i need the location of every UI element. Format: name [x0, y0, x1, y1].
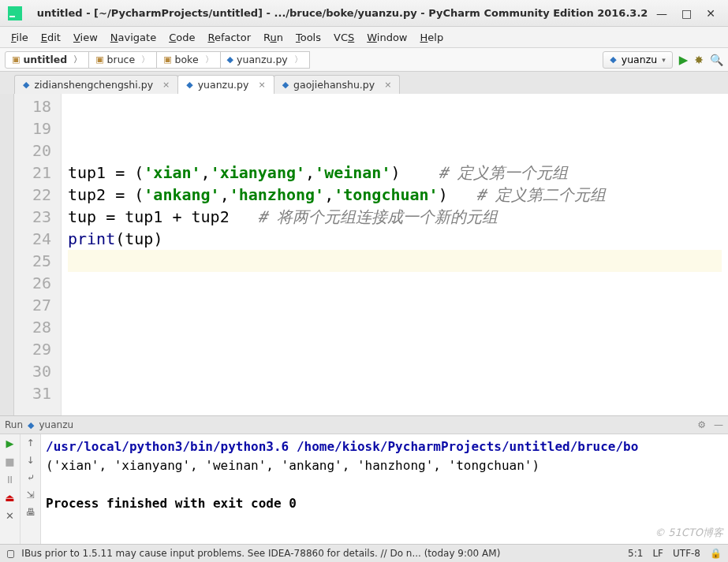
crumb-file[interactable]: ◆yuanzu.py〉	[220, 51, 310, 69]
breadcrumb: ▣untitled〉 ▣bruce〉 ▣boke〉 ◆yuanzu.py〉	[5, 51, 603, 69]
menu-help[interactable]: Help	[416, 30, 449, 45]
close-icon[interactable]: ×	[384, 80, 391, 90]
close-icon[interactable]: ×	[162, 80, 170, 90]
pause-button[interactable]: ⏸	[5, 474, 15, 486]
status-tool-icon[interactable]: ▢	[6, 548, 15, 559]
code-line[interactable]	[68, 95, 722, 117]
code-line[interactable]	[68, 382, 722, 404]
code-line[interactable]	[68, 250, 722, 272]
status-bar: ▢ IBus prior to 1.5.11 may cause input p…	[0, 544, 728, 562]
editor[interactable]: 1819202122232425262728293031 tup1 = ('xi…	[0, 94, 728, 415]
encoding[interactable]: UTF-8	[673, 548, 700, 559]
python-file-icon: ◆	[227, 54, 233, 65]
close-button[interactable]: ✕	[706, 7, 715, 20]
navigation-bar: ▣untitled〉 ▣bruce〉 ▣boke〉 ◆yuanzu.py〉 ◆ …	[0, 48, 728, 72]
python-file-icon: ◆	[282, 80, 289, 90]
line-numbers: 1819202122232425262728293031	[14, 94, 62, 415]
maximize-button[interactable]: □	[681, 7, 692, 20]
menu-tools[interactable]: Tools	[291, 30, 326, 45]
run-tool-config: yuanzu	[39, 419, 73, 430]
run-config-dropdown[interactable]: ◆ yuanzu ▾	[603, 51, 672, 69]
crumb-folder[interactable]: ▣boke〉	[156, 51, 220, 69]
run-button[interactable]: ▶	[679, 53, 689, 67]
python-file-icon: ◆	[23, 80, 29, 90]
menu-code[interactable]: Code	[164, 30, 200, 45]
svg-rect-1	[9, 16, 15, 17]
close-tool-button[interactable]: ✕	[6, 510, 14, 522]
gear-icon[interactable]: ⚙	[697, 419, 706, 430]
interpreter-path: /usr/local/python3/bin/python3.6 /home/k…	[46, 439, 638, 454]
line-separator[interactable]: LF	[652, 548, 663, 559]
code-line[interactable]: tup = tup1 + tup2 # 将两个元组连接成一个新的元组	[68, 206, 722, 228]
code-line[interactable]	[68, 338, 722, 360]
console-output[interactable]: /usr/local/python3/bin/python3.6 /home/k…	[41, 434, 728, 544]
code-line[interactable]	[68, 140, 722, 162]
exit-button[interactable]: ⏏	[5, 492, 14, 504]
wrap-button[interactable]: ⤶	[27, 472, 35, 483]
menu-navigate[interactable]: Navigate	[106, 30, 161, 45]
code-line[interactable]	[68, 117, 722, 140]
code-line[interactable]: tup1 = ('xian','xianyang','weinan') # 定义…	[68, 162, 722, 184]
cursor-position[interactable]: 5:1	[628, 548, 643, 559]
menu-bar: File Edit View Navigate Code Refactor Ru…	[0, 27, 728, 48]
exit-message: Process finished with exit code 0	[46, 496, 297, 511]
menu-refactor[interactable]: Refactor	[203, 30, 256, 45]
close-icon[interactable]: ×	[258, 80, 265, 90]
code-line[interactable]: print(tup)	[68, 228, 722, 250]
folder-icon: ▣	[95, 54, 103, 65]
search-everywhere-button[interactable]: 🔍	[710, 54, 723, 66]
up-button[interactable]: ↑	[26, 437, 34, 448]
menu-window[interactable]: Window	[362, 30, 412, 45]
crumb-folder[interactable]: ▣bruce〉	[88, 51, 157, 69]
hide-icon[interactable]: —	[714, 419, 723, 430]
svg-rect-0	[8, 6, 22, 20]
status-message: IBus prior to 1.5.11 may cause input pro…	[21, 548, 500, 559]
lock-icon[interactable]: 🔒	[710, 548, 722, 559]
code-line[interactable]	[68, 272, 722, 294]
tab-file[interactable]: ◆gaojiehanshu.py×	[274, 75, 401, 94]
minimize-button[interactable]: —	[656, 7, 667, 20]
scroll-button[interactable]: ⇲	[26, 489, 34, 501]
run-tool-title: Run	[5, 419, 23, 430]
window-title: untitled - [~/PycharmProjects/untitled] …	[28, 7, 656, 19]
crumb-project[interactable]: ▣untitled〉	[5, 51, 89, 69]
watermark: © 51CTO博客	[655, 526, 723, 540]
code-line[interactable]	[68, 316, 722, 338]
python-file-icon: ◆	[186, 80, 192, 90]
code-line[interactable]	[68, 360, 722, 382]
title-bar: untitled - [~/PycharmProjects/untitled] …	[0, 0, 728, 27]
stdout-line: ('xian', 'xianyang', 'weinan', 'ankang',…	[46, 458, 539, 473]
folder-icon: ▣	[163, 54, 171, 65]
run-tool-header: Run ◆ yuanzu ⚙ —	[0, 415, 728, 434]
run-tool-buttons: ▶ ■ ⏸ ⏏ ✕	[0, 434, 21, 544]
tab-file-active[interactable]: ◆yuanzu.py×	[177, 75, 274, 94]
editor-tabs: ◆zidianshengchengshi.py× ◆yuanzu.py× ◆ga…	[0, 72, 728, 94]
run-tool-sub-buttons: ↑ ↓ ⤶ ⇲ 🖶	[21, 434, 41, 544]
tab-file[interactable]: ◆zidianshengchengshi.py×	[14, 75, 178, 94]
run-tool-window: ▶ ■ ⏸ ⏏ ✕ ↑ ↓ ⤶ ⇲ 🖶 /usr/local/python3/b…	[0, 434, 728, 544]
menu-edit[interactable]: Edit	[36, 30, 65, 45]
python-icon: ◆	[610, 54, 616, 65]
folder-icon: ▣	[12, 54, 20, 65]
stop-button[interactable]: ■	[5, 456, 14, 467]
code-area[interactable]: tup1 = ('xian','xianyang','weinan') # 定义…	[62, 94, 728, 415]
run-config-label: yuanzu	[622, 54, 657, 65]
menu-run[interactable]: Run	[259, 30, 288, 45]
chevron-down-icon: ▾	[662, 56, 666, 64]
debug-button[interactable]: ✸	[694, 54, 704, 66]
code-line[interactable]: tup2 = ('ankang','hanzhong','tongchuan')…	[68, 184, 722, 206]
print-button[interactable]: 🖶	[26, 507, 35, 518]
menu-file[interactable]: File	[6, 30, 33, 45]
left-gutter	[0, 94, 14, 415]
python-icon: ◆	[28, 420, 34, 430]
code-line[interactable]	[68, 294, 722, 316]
down-button[interactable]: ↓	[26, 455, 34, 466]
menu-view[interactable]: View	[69, 30, 103, 45]
rerun-button[interactable]: ▶	[6, 437, 14, 449]
pycharm-icon	[8, 6, 22, 20]
menu-vcs[interactable]: VCS	[329, 30, 359, 45]
